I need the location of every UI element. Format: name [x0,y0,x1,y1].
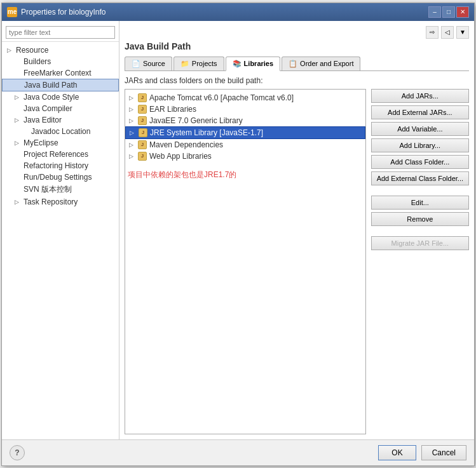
libraries-tab-label: Libraries [244,60,273,67]
sidebar-item-freemarker[interactable]: FreeMarker Context [2,67,119,79]
expand-arrow: ▷ [15,117,21,123]
app-icon: me [7,7,17,17]
main-window: me Properties for biologyInfo – □ ✕ ▷ Re… [1,3,475,466]
expand-arrow: ▷ [15,199,21,205]
source-tab-icon: 📄 [132,60,140,68]
libraries-tab-icon: 📚 [233,60,241,68]
order-tab-icon: 📋 [289,60,297,68]
add-external-jars-button[interactable]: Add External JARs... [371,105,469,119]
edit-button[interactable]: Edit... [371,196,469,210]
list-item-maven[interactable]: ▷ J Maven Dependencies [125,139,365,150]
maximize-button[interactable]: □ [442,6,455,18]
sidebar-item-run-debug[interactable]: Run/Debug Settings [2,171,119,183]
list-item-jre[interactable]: ▷ J JRE System Library [JavaSE-1.7] [125,126,365,139]
left-panel: ▷ Resource Builders FreeMarker Context J… [2,21,119,439]
sidebar-item-task-repo[interactable]: ▷ Task Repository [2,196,119,208]
add-jars-button[interactable]: Add JARs... [371,89,469,103]
list-item-webapp[interactable]: ▷ J Web App Libraries [125,150,365,162]
action-buttons: Add JARs... Add External JARs... Add Var… [371,89,469,434]
sidebar-item-label: Java Editor [24,116,62,124]
sidebar-item-myeclipse[interactable]: ▷ MyEclipse [2,137,119,149]
sidebar-item-label: Resource [16,46,48,55]
bottom-buttons: OK Cancel [378,445,466,460]
nav-menu-btn[interactable]: ▼ [456,26,469,39]
expand-arrow: ▷ [129,153,135,159]
sidebar-item-builders[interactable]: Builders [2,56,119,67]
sidebar-item-label: MyEclipse [24,138,58,147]
migrate-jar-button[interactable]: Migrate JAR File... [371,236,469,250]
lib-item-label: Web App Libraries [149,152,212,161]
build-path-description: JARs and class folders on the build path… [125,76,469,85]
filter-box [2,23,119,42]
sidebar-item-javadoc[interactable]: Javadoc Location [2,126,119,137]
jar-icon: J [138,152,147,161]
lib-item-label: JavaEE 7.0 Generic Library [149,116,243,125]
sidebar-item-label: Java Build Path [24,81,77,90]
sidebar-item-svn[interactable]: SVN 版本控制 [2,183,119,196]
sidebar-item-java-code-style[interactable]: ▷ Java Code Style [2,91,119,103]
minimize-button[interactable]: – [428,6,441,18]
sidebar-item-java-build-path[interactable]: Java Build Path [2,79,119,91]
projects-tab-label: Projects [192,60,217,67]
window-title: Properties for biologyInfo [21,8,105,17]
filter-input[interactable] [6,26,115,39]
list-item-ear[interactable]: ▷ J EAR Libraries [125,104,365,115]
sidebar-item-label: Task Repository [24,197,78,206]
tab-projects[interactable]: 📁 Projects [173,57,224,70]
jar-icon: J [138,116,147,125]
lib-item-label: Apache Tomcat v6.0 [Apache Tomcat v6.0] [149,93,294,102]
nav-forward-btn[interactable]: ⇨ [426,26,439,39]
add-variable-button[interactable]: Add Variable... [371,122,469,136]
remove-button[interactable]: Remove [371,212,469,226]
tab-source[interactable]: 📄 Source [125,57,172,70]
title-bar-left: me Properties for biologyInfo [7,7,105,17]
lib-item-label: JRE System Library [JavaSE-1.7] [150,128,263,137]
libraries-panel: ▷ J Apache Tomcat v6.0 [Apache Tomcat v6… [125,89,469,434]
jar-icon: J [139,128,147,137]
list-item-javaee[interactable]: ▷ J JavaEE 7.0 Generic Library [125,115,365,126]
sidebar-item-refactoring[interactable]: Refactoring History [2,160,119,171]
sidebar-item-label: Project References [24,150,88,159]
sidebar-item-resource[interactable]: ▷ Resource [2,44,119,56]
projects-tab-icon: 📁 [180,60,189,68]
jar-icon: J [138,105,147,114]
expand-arrow: ▷ [129,95,135,101]
sidebar-item-label: SVN 版本控制 [24,184,72,195]
cancel-button[interactable]: Cancel [421,445,466,460]
sidebar-item-java-compiler[interactable]: Java Compiler [2,103,119,114]
title-bar: me Properties for biologyInfo – □ ✕ [2,3,474,21]
expand-arrow: ▷ [15,140,21,146]
tab-order-export[interactable]: 📋 Order and Export [282,57,360,70]
help-button[interactable]: ? [10,445,25,460]
sidebar-item-label: Javadoc Location [31,127,90,136]
tabs-row: 📄 Source 📁 Projects 📚 Libraries 📋 Order … [125,57,469,71]
sidebar-item-java-editor[interactable]: ▷ Java Editor [2,114,119,126]
nav-back-btn[interactable]: ◁ [441,26,454,39]
jar-icon: J [138,140,147,149]
sidebar-item-label: Builders [24,57,51,66]
expand-arrow: ▷ [129,142,135,148]
expand-arrow: ▷ [129,106,135,112]
add-class-folder-button[interactable]: Add Class Folder... [371,155,469,169]
ok-button[interactable]: OK [378,445,416,460]
source-tab-label: Source [143,60,165,67]
expand-arrow: ▷ [130,130,136,136]
sidebar-item-label: Refactoring History [24,161,88,170]
nav-toolbar: ⇨ ◁ ▼ [125,26,469,39]
sidebar-item-label: FreeMarker Context [24,69,92,77]
sidebar-item-label: Run/Debug Settings [24,173,92,182]
sidebar-item-project-refs[interactable]: Project References [2,149,119,160]
lib-item-label: Maven Dependencies [149,140,223,149]
annotation-text: 项目中依赖的架包也是JRE1.7的 [125,167,365,183]
add-library-button[interactable]: Add Library... [371,138,469,152]
content-area: ▷ Resource Builders FreeMarker Context J… [2,21,474,439]
add-external-class-folder-button[interactable]: Add External Class Folder... [371,171,469,185]
tab-libraries[interactable]: 📚 Libraries [226,57,280,71]
right-panel: ⇨ ◁ ▼ Java Build Path 📄 Source 📁 Project… [119,21,474,439]
panel-title: Java Build Path [125,41,469,51]
expand-arrow: ▷ [15,94,21,100]
list-item-tomcat[interactable]: ▷ J Apache Tomcat v6.0 [Apache Tomcat v6… [125,92,365,104]
close-button[interactable]: ✕ [456,6,469,18]
libraries-list: ▷ J Apache Tomcat v6.0 [Apache Tomcat v6… [125,89,366,434]
order-tab-label: Order and Export [300,60,353,67]
